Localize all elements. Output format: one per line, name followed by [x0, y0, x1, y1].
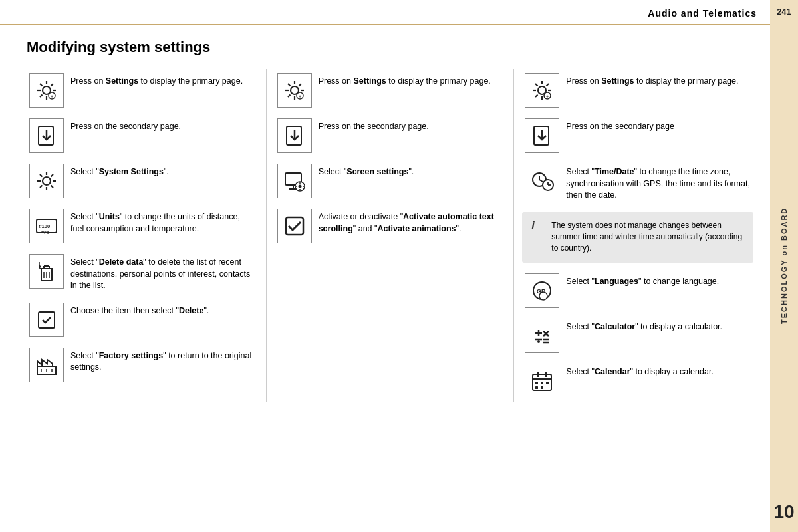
info-icon: i — [531, 220, 545, 255]
list-item: Select "System Settings". — [27, 160, 258, 202]
svg-rect-98 — [541, 382, 543, 384]
divider-1 — [266, 69, 267, 402]
column-3: + Press on Settings to display the prima… — [522, 69, 753, 402]
info-text: The system does not manage changes betwe… — [551, 220, 744, 255]
factory-svg — [35, 353, 59, 377]
svg-text:+: + — [299, 94, 301, 99]
list-item: Press on the secondary page. — [27, 114, 258, 157]
item-text-2-1: Press on Settings to display the primary… — [319, 73, 503, 88]
info-box: i The system does not manage changes bet… — [522, 212, 753, 263]
item-text-2-3: Select "Screen settings". — [319, 164, 503, 178]
list-item: Press on the secondary page — [522, 114, 753, 157]
list-item: Select "Delete data" to delete the list … — [27, 250, 258, 296]
item-text-1-2: Press on the secondary page. — [70, 118, 255, 133]
calendar-icon — [525, 364, 559, 398]
languages-svg: GB F — [530, 279, 554, 303]
item-text-1-7: Select "Factory settings" to return to t… — [70, 348, 255, 374]
list-item: Select "Calendar" to display a calendar. — [522, 360, 753, 402]
columns-wrapper: + Press on Settings to display the prima… — [27, 69, 753, 402]
svg-line-44 — [288, 84, 291, 86]
list-item: Choose the item then select "Delete". — [27, 299, 258, 341]
page-number-bottom: 10 — [773, 501, 794, 532]
checkbox-icon — [277, 209, 312, 243]
system-settings-icon — [29, 164, 64, 198]
item-text-3-6: Select "Calendar" to display a calendar. — [566, 364, 751, 378]
svg-rect-99 — [546, 382, 549, 384]
sidebar-label: TECHNOLOGY on BOARD — [780, 30, 788, 501]
settings-icon-1: + — [29, 73, 64, 108]
secondary-page-icon-1 — [29, 118, 64, 153]
svg-text:f/100: f/100 — [39, 223, 50, 229]
units-icon: f/100 mpg — [29, 209, 64, 243]
time-date-svg — [530, 169, 554, 193]
column-2: + Press on Settings to display the prima… — [275, 69, 506, 402]
svg-rect-34 — [39, 312, 55, 328]
item-text-3-4: Select "Languages" to change language. — [566, 273, 751, 288]
svg-line-8 — [40, 95, 43, 98]
main-content: Audio and Telematics Modifying system se… — [0, 0, 770, 532]
time-date-icon — [525, 164, 559, 198]
list-item: f/100 mpg Select "Units" to change the u… — [27, 205, 258, 247]
factory-icon — [29, 348, 64, 382]
svg-line-47 — [288, 95, 291, 98]
item-text-1-3: Select "System Settings". — [70, 164, 255, 178]
page-number-top: 241 — [777, 0, 791, 17]
svg-line-67 — [535, 84, 538, 86]
item-text-3-2: Press on the secondary page — [566, 118, 751, 133]
secondary-page-icon-3 — [525, 118, 559, 153]
svg-point-92 — [537, 340, 540, 343]
divider-2 — [513, 69, 514, 402]
settings-icon-2: + — [277, 73, 312, 108]
settings-svg-2: + — [283, 78, 307, 102]
calculator-svg — [530, 324, 554, 348]
delete-item-icon — [29, 303, 64, 337]
svg-rect-101 — [541, 386, 543, 389]
header-title: Audio and Telematics — [648, 8, 757, 19]
calendar-svg — [530, 369, 554, 393]
settings-svg-3: + — [530, 78, 554, 102]
list-item: Select "Calculator" to display a calcula… — [522, 315, 753, 357]
item-text-3-5: Select "Calculator" to display a calcula… — [566, 319, 751, 333]
column-1: + Press on Settings to display the prima… — [27, 69, 258, 402]
svg-line-7 — [51, 84, 54, 86]
item-text-3-1: Press on Settings to display the primary… — [566, 73, 751, 88]
svg-point-84 — [539, 292, 547, 300]
screen-settings-icon — [277, 164, 312, 198]
secondary-page-svg-2 — [283, 124, 307, 148]
page-title: Modifying system settings — [27, 39, 753, 56]
settings-svg: + — [35, 78, 59, 102]
item-text-3-3: Select "Time/Date" to change the time zo… — [566, 164, 751, 201]
list-item: GB F Select "Languages" to change langua… — [522, 269, 753, 312]
svg-text:+: + — [51, 94, 53, 99]
system-settings-svg — [35, 169, 59, 193]
list-item: + Press on Settings to display the prima… — [27, 69, 258, 112]
item-text-2-4: Activate or deactivate "Activate automat… — [319, 209, 503, 235]
svg-text:mpg: mpg — [41, 230, 49, 234]
list-item: Select "Time/Date" to change the time zo… — [522, 160, 753, 205]
secondary-page-icon-2 — [277, 118, 312, 153]
svg-rect-100 — [535, 386, 538, 389]
svg-point-60 — [298, 185, 301, 188]
page-header: Audio and Telematics — [0, 0, 770, 25]
svg-line-77 — [539, 180, 543, 182]
settings-icon-3: + — [525, 73, 559, 108]
svg-line-69 — [547, 84, 549, 86]
delete-data-svg — [35, 259, 59, 283]
calculator-icon — [525, 319, 559, 353]
svg-rect-61 — [286, 217, 303, 235]
item-text-1-6: Choose the item then select "Delete". — [70, 303, 255, 317]
svg-line-5 — [40, 84, 43, 86]
svg-line-19 — [51, 186, 54, 188]
secondary-page-svg-3 — [530, 124, 554, 148]
svg-rect-97 — [535, 382, 538, 384]
page-body: Modifying system settings — [0, 25, 770, 532]
svg-line-46 — [299, 84, 301, 86]
svg-point-13 — [43, 177, 51, 185]
delete-data-icon — [29, 254, 64, 289]
item-text-1-1: Press on Settings to display the primary… — [70, 73, 255, 88]
secondary-page-svg — [35, 124, 59, 148]
list-item: Select "Screen settings". — [275, 160, 506, 202]
list-item: Press on the secondary page. — [275, 114, 506, 157]
delete-item-svg — [35, 308, 59, 332]
list-item: + Press on Settings to display the prima… — [275, 69, 506, 112]
